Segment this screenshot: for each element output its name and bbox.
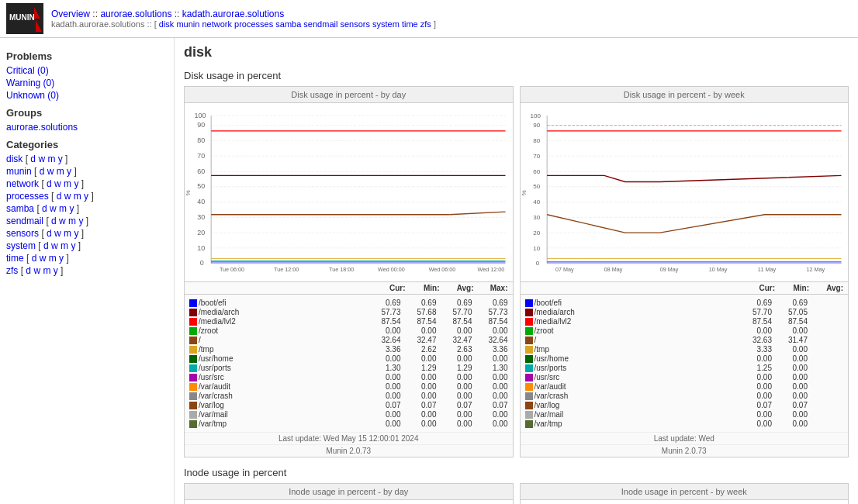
- cat-network-w[interactable]: w: [54, 178, 61, 189]
- cat-munin-d[interactable]: d: [40, 166, 45, 177]
- cat-sensors-y[interactable]: y: [74, 228, 78, 239]
- cat-disk-y[interactable]: y: [58, 154, 63, 164]
- nav-disk[interactable]: disk: [159, 19, 175, 29]
- legend-min: 0.00: [403, 354, 437, 363]
- critical-link[interactable]: Critical (0): [6, 65, 49, 76]
- legend-avg: 87.54: [438, 317, 472, 326]
- cat-time-y[interactable]: y: [59, 253, 64, 264]
- cat-network-y[interactable]: y: [74, 178, 78, 189]
- cat-sendmail-m[interactable]: m: [68, 216, 76, 226]
- legend-cur: 3.36: [367, 345, 401, 354]
- legend-color-swatch: [525, 337, 533, 344]
- cat-system-w[interactable]: w: [51, 240, 58, 251]
- legend-mount: /zroot: [199, 326, 365, 335]
- cat-time-w[interactable]: w: [40, 253, 47, 264]
- legend-max: 32.64: [474, 336, 508, 344]
- legend-mount: /usr/ports: [535, 364, 737, 372]
- cat-sendmail-w[interactable]: w: [59, 216, 66, 226]
- cat-time-d[interactable]: d: [32, 253, 37, 264]
- svg-text:%: %: [521, 190, 528, 195]
- cat-processes-link[interactable]: processes: [6, 191, 49, 202]
- legend-color-swatch: [189, 309, 197, 316]
- legend-min: 87.54: [403, 317, 437, 326]
- disk-week-title: Disk usage in percent - by week: [521, 87, 849, 103]
- legend-hdr-cur: Cur:: [372, 284, 406, 292]
- cat-network-d[interactable]: d: [47, 178, 52, 189]
- legend-cur: 0.00: [738, 326, 772, 335]
- overview-link[interactable]: Overview: [51, 9, 90, 19]
- legend-hdr-min: Min:: [406, 284, 440, 292]
- cat-system-y[interactable]: y: [71, 240, 75, 251]
- legend-cur: 0.00: [367, 410, 401, 419]
- nav-munin[interactable]: munin: [176, 19, 199, 29]
- legend-mount: /var/crash: [199, 392, 365, 400]
- kadath-link[interactable]: kadath.aurorae.solutions: [182, 9, 284, 19]
- cat-samba-m[interactable]: m: [59, 203, 67, 214]
- cat-time-link[interactable]: time: [6, 253, 24, 264]
- nav-zfs[interactable]: zfs: [420, 19, 431, 29]
- cat-disk-link[interactable]: disk: [6, 154, 22, 164]
- warning-link[interactable]: Warning (0): [6, 78, 54, 88]
- legend-mount: /usr/home: [199, 354, 365, 363]
- cat-munin-m[interactable]: m: [57, 166, 64, 177]
- unknown-link[interactable]: Unknown (0): [6, 90, 59, 101]
- svg-text:30: 30: [197, 213, 205, 221]
- legend-cur: 0.00: [367, 419, 401, 428]
- sidebar: Problems Critical (0) Warning (0) Unknow…: [0, 38, 175, 504]
- legend-avg: 0.00: [438, 354, 472, 363]
- cat-samba-w[interactable]: w: [50, 203, 57, 214]
- cat-processes-w[interactable]: w: [64, 191, 71, 202]
- nav-processes[interactable]: processes: [234, 19, 273, 29]
- cat-system-d[interactable]: d: [43, 240, 49, 251]
- cat-samba-d[interactable]: d: [42, 203, 47, 214]
- problems-section: Problems Critical (0) Warning (0) Unknow…: [6, 50, 168, 101]
- nav-sensors[interactable]: sensors: [340, 19, 370, 29]
- nav-network[interactable]: network: [202, 19, 232, 29]
- cat-sensors-d[interactable]: d: [47, 228, 52, 239]
- cat-processes-d[interactable]: d: [57, 191, 62, 202]
- cat-disk-m[interactable]: m: [47, 154, 55, 164]
- legend-item: /var/log 0.07 0.07: [525, 401, 844, 409]
- group-aurorae-link[interactable]: aurorae.solutions: [6, 122, 78, 133]
- cat-sendmail-link[interactable]: sendmail: [6, 216, 43, 226]
- cat-processes-m[interactable]: m: [74, 191, 81, 202]
- nav-time[interactable]: time: [402, 19, 418, 29]
- svg-text:0: 0: [200, 259, 204, 267]
- cat-disk-w[interactable]: w: [38, 154, 45, 164]
- cat-zfs-link[interactable]: zfs: [6, 265, 18, 276]
- cat-sensors-w[interactable]: w: [54, 228, 61, 239]
- cat-zfs-y[interactable]: y: [54, 265, 58, 276]
- cat-system-link[interactable]: system: [6, 240, 36, 251]
- cat-zfs-d[interactable]: d: [26, 265, 31, 276]
- svg-text:60: 60: [533, 168, 540, 175]
- week-legend-hdr-avg: Avg:: [809, 284, 843, 292]
- legend-color-swatch: [189, 318, 197, 326]
- cat-disk-d[interactable]: d: [30, 154, 36, 164]
- aurorae-link[interactable]: aurorae.solutions: [100, 9, 171, 19]
- cat-zfs-w[interactable]: w: [33, 265, 40, 276]
- cat-sendmail-y[interactable]: y: [78, 216, 83, 226]
- legend-item: /media/lvl2 87.54 87.54 87.54 87.54: [189, 317, 508, 326]
- cat-munin-link[interactable]: munin: [6, 166, 32, 177]
- cat-time-m[interactable]: m: [49, 253, 57, 264]
- cat-munin-w[interactable]: w: [47, 166, 54, 177]
- cat-sensors-m[interactable]: m: [64, 228, 71, 239]
- legend-cur: 0.69: [738, 299, 772, 307]
- legend-avg: 0.69: [438, 299, 472, 307]
- nav-sendmail[interactable]: sendmail: [303, 19, 337, 29]
- nav-system[interactable]: system: [372, 19, 400, 29]
- cat-samba-y[interactable]: y: [69, 203, 74, 214]
- cat-sensors-link[interactable]: sensors: [6, 228, 39, 239]
- cat-system-m[interactable]: m: [61, 240, 68, 251]
- cat-munin-y[interactable]: y: [67, 166, 71, 177]
- cat-sendmail-d[interactable]: d: [51, 216, 57, 226]
- cat-network-link[interactable]: network: [6, 178, 39, 189]
- cat-samba-link[interactable]: samba: [6, 203, 34, 214]
- cat-network-m[interactable]: m: [64, 178, 71, 189]
- cat-processes-y[interactable]: y: [84, 191, 88, 202]
- cat-zfs-m[interactable]: m: [43, 265, 50, 276]
- legend-item: /usr/home 0.00 0.00 0.00 0.00: [189, 354, 508, 363]
- svg-text:80: 80: [197, 136, 205, 144]
- nav-samba[interactable]: samba: [275, 19, 301, 29]
- legend-cur: 0.69: [367, 299, 401, 307]
